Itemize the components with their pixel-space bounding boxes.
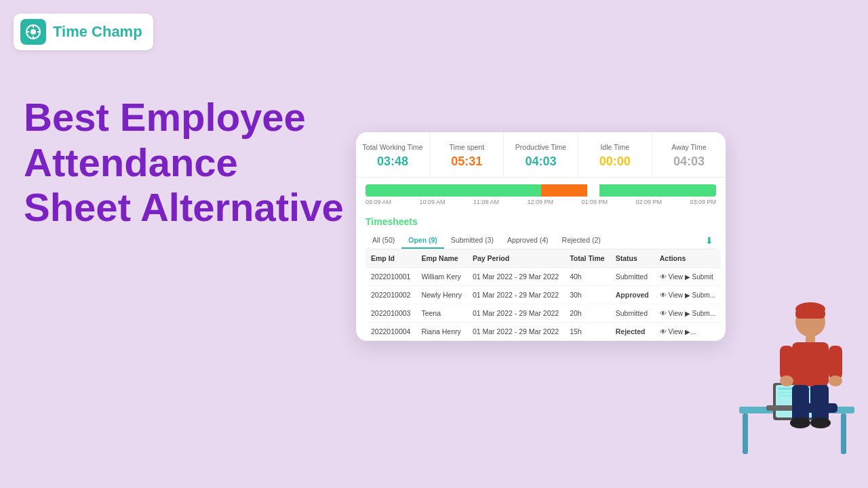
svg-rect-21 [792,342,829,386]
table-row: 2022010002 Newly Henry 01 Mar 2022 - 29 … [366,286,721,304]
timesheets-table: Emp Id Emp Name Pay Period Total Time St… [366,249,721,341]
stat-value-spent: 05:31 [434,155,499,169]
col-emp-id: Emp Id [366,249,416,268]
timeline-label-3: 12:09 PM [527,199,553,205]
stat-value-away: 04:03 [656,155,722,169]
cell-total-time: 30h [564,286,610,304]
timeline-label-1: 10:09 AM [419,199,445,205]
cell-total-time: 20h [564,304,610,323]
svg-rect-23 [829,346,842,380]
timeline-bar [366,184,716,197]
svg-rect-8 [841,413,846,454]
person-illustration [705,251,854,488]
cell-emp-name: Riana Henry [416,323,467,341]
stat-away-time: Away Time 04:03 [652,132,726,177]
tab-submitted[interactable]: Submitted (3) [444,232,500,249]
timeline-container: 09:09 AM 10:09 AM 11:09 AM 12:09 PM 01:0… [356,178,726,209]
logo-text: Time Champ [53,23,142,41]
timeline-label-6: 03:09 PM [690,199,716,205]
timeline-label-5: 02:09 PM [635,199,662,205]
col-status: Status [610,249,654,268]
tabs-row: All (50) Open (9) Submitted (3) Approved… [366,232,716,249]
stat-value-total: 03:48 [360,155,425,169]
table-row: 2022010001 William Kery 01 Mar 2022 - 29… [366,268,721,286]
cell-emp-name: William Kery [416,268,467,286]
svg-point-1 [31,29,36,35]
hero-section: Best Employee Attendance Sheet Alternati… [24,95,356,230]
stat-value-productive: 04:03 [508,155,573,169]
cell-emp-name: Newly Henry [416,286,467,304]
svg-rect-26 [792,385,809,422]
timeline-label-4: 01:09 PM [581,199,608,205]
stat-label-total: Total Working Time [360,143,425,151]
stat-productive-time: Productive Time 04:03 [504,132,578,177]
logo-bar: Time Champ [14,14,153,50]
svg-point-28 [790,418,810,428]
cell-status: Rejected [610,323,654,341]
tab-rejected[interactable]: Rejected (2) [555,232,608,249]
tab-open[interactable]: Open (9) [401,232,444,249]
download-icon[interactable]: ⬇ [705,235,716,246]
col-total-time: Total Time [564,249,610,268]
timeline-label-2: 11:09 AM [473,199,499,205]
timeline-label-0: 09:09 AM [366,199,391,205]
svg-point-24 [780,375,793,386]
svg-rect-19 [795,309,825,319]
stats-row: Total Working Time 03:48 Time spent 05:3… [356,132,726,178]
cell-pay-period: 01 Mar 2022 - 29 Mar 2022 [467,304,564,323]
tab-all[interactable]: All (50) [366,232,401,249]
col-pay-period: Pay Period [467,249,564,268]
svg-rect-27 [812,385,829,422]
stat-value-idle: 00:00 [583,155,648,169]
timesheets-section: Timesheets All (50) Open (9) Submitted (… [356,209,726,341]
svg-point-25 [829,375,842,386]
cell-total-time: 15h [564,323,610,341]
stat-label-productive: Productive Time [508,143,573,151]
cell-emp-id: 2022010001 [366,268,416,286]
timeline-labels: 09:09 AM 10:09 AM 11:09 AM 12:09 PM 01:0… [366,199,716,205]
cell-emp-id: 2022010002 [366,286,416,304]
stat-idle-time: Idle Time 00:00 [578,132,652,177]
svg-rect-22 [780,346,793,380]
cell-status: Submitted [610,304,654,323]
stat-label-idle: Idle Time [583,143,648,151]
bar-green-2 [599,184,716,197]
logo-icon [20,19,46,45]
cell-pay-period: 01 Mar 2022 - 29 Mar 2022 [467,286,564,304]
cell-emp-id: 2022010004 [366,323,416,341]
stat-label-away: Away Time [656,143,722,151]
table-header-row: Emp Id Emp Name Pay Period Total Time St… [366,249,721,268]
cell-status: Submitted [610,268,654,286]
timesheets-title: Timesheets [366,216,716,227]
col-emp-name: Emp Name [416,249,467,268]
table-row: 2022010003 Teena 01 Mar 2022 - 29 Mar 20… [366,304,721,323]
stat-time-spent: Time spent 05:31 [430,132,504,177]
cell-pay-period: 01 Mar 2022 - 29 Mar 2022 [467,268,564,286]
cell-emp-name: Teena [416,304,467,323]
svg-point-29 [810,418,831,428]
bar-orange [541,184,588,197]
cell-emp-id: 2022010003 [366,304,416,323]
cell-total-time: 40h [564,268,610,286]
dashboard-card: Total Working Time 03:48 Time spent 05:3… [356,132,726,341]
bar-green-1 [366,184,541,197]
cell-status: Approved [610,286,654,304]
tab-approved[interactable]: Approved (4) [500,232,555,249]
cell-pay-period: 01 Mar 2022 - 29 Mar 2022 [467,323,564,341]
stat-label-spent: Time spent [434,143,499,151]
table-row: 2022010004 Riana Henry 01 Mar 2022 - 29 … [366,323,721,341]
svg-rect-7 [743,413,748,454]
hero-heading: Best Employee Attendance Sheet Alternati… [24,95,356,230]
stat-total-working-time: Total Working Time 03:48 [356,132,430,177]
bar-gap [587,184,599,197]
